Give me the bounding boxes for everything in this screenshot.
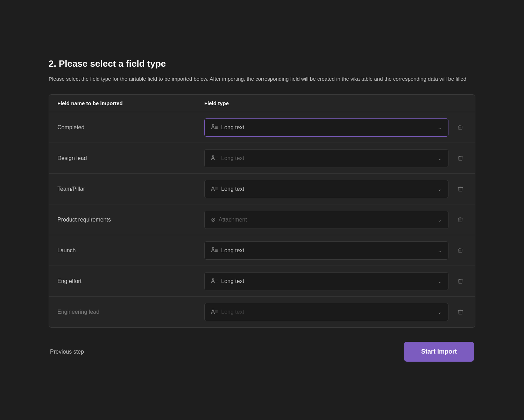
field-type-dropdown[interactable]: Ā≡ Long text ⌄ — [204, 149, 448, 167]
field-type-wrapper: Ā≡ Long text ⌄ — [204, 118, 467, 137]
delete-row-button[interactable] — [454, 306, 467, 318]
text-icon: Ā≡ — [211, 247, 218, 254]
field-type-dropdown[interactable]: Ā≡ Long text ⌄ — [204, 272, 448, 290]
page-footer: Previous step Start import — [49, 342, 475, 362]
field-type-dropdown[interactable]: Ā≡ Long text ⌄ — [204, 180, 448, 198]
field-name-cell: Product requirements — [57, 217, 204, 223]
field-type-label: Attachment — [219, 217, 247, 223]
field-name-cell: Team/Pillar — [57, 186, 204, 192]
field-type-dropdown[interactable]: Ā≡ Long text ⌄ — [204, 241, 448, 260]
text-icon: Ā≡ — [211, 124, 218, 131]
table-row: Launch Ā≡ Long text ⌄ — [49, 235, 475, 266]
attachment-icon: ⊘ — [211, 216, 215, 223]
field-type-label: Long text — [221, 278, 244, 284]
text-icon: Ā≡ — [211, 155, 218, 162]
field-type-left: Ā≡ Long text — [211, 247, 244, 254]
header-field-col: Field name to be imported — [57, 100, 204, 106]
delete-row-button[interactable] — [454, 244, 467, 257]
field-type-wrapper: Ā≡ Long text ⌄ — [204, 303, 467, 321]
field-type-label: Long text — [221, 309, 244, 315]
field-name-cell: Engineering lead — [57, 309, 204, 315]
prev-step-button[interactable]: Previous step — [50, 346, 84, 358]
header-type-col: Field type — [204, 100, 467, 106]
table-body: Completed Ā≡ Long text ⌄ — [49, 112, 475, 327]
chevron-down-icon: ⌄ — [438, 186, 442, 192]
field-type-wrapper: Ā≡ Long text ⌄ — [204, 241, 467, 260]
field-type-wrapper: Ā≡ Long text ⌄ — [204, 149, 467, 167]
field-name-cell: Eng effort — [57, 278, 204, 284]
field-type-wrapper: Ā≡ Long text ⌄ — [204, 272, 467, 290]
field-name-cell: Design lead — [57, 155, 204, 161]
field-type-wrapper: Ā≡ Long text ⌄ — [204, 180, 467, 198]
chevron-down-icon: ⌄ — [438, 155, 442, 161]
field-type-label: Long text — [221, 247, 244, 254]
table-row: Engineering lead Ā≡ Long text ⌄ — [49, 297, 475, 327]
field-type-dropdown[interactable]: Ā≡ Long text ⌄ — [204, 303, 448, 321]
field-type-wrapper: ⊘ Attachment ⌄ — [204, 211, 467, 229]
field-type-label: Long text — [221, 124, 244, 131]
text-icon: Ā≡ — [211, 186, 218, 193]
field-name-cell: Launch — [57, 247, 204, 254]
delete-row-button[interactable] — [454, 152, 467, 165]
field-type-left: Ā≡ Long text — [211, 309, 244, 316]
field-type-left: Ā≡ Long text — [211, 155, 244, 162]
field-type-left: ⊘ Attachment — [211, 216, 247, 223]
chevron-down-icon: ⌄ — [438, 309, 442, 315]
table-row: Completed Ā≡ Long text ⌄ — [49, 112, 475, 143]
delete-row-button[interactable] — [454, 183, 467, 195]
text-icon: Ā≡ — [211, 278, 218, 285]
field-type-label: Long text — [221, 186, 244, 192]
field-name-cell: Completed — [57, 124, 204, 131]
field-type-dropdown[interactable]: Ā≡ Long text ⌄ — [204, 118, 448, 137]
page-title: 2. Please select a field type — [49, 58, 475, 69]
delete-row-button[interactable] — [454, 121, 467, 134]
field-type-left: Ā≡ Long text — [211, 124, 244, 131]
start-import-button[interactable]: Start import — [404, 342, 474, 362]
table-row: Design lead Ā≡ Long text ⌄ — [49, 143, 475, 174]
page-container: 2. Please select a field type Please sel… — [42, 44, 482, 376]
table-row: Eng effort Ā≡ Long text ⌄ — [49, 266, 475, 297]
chevron-down-icon: ⌄ — [438, 217, 442, 223]
field-type-dropdown[interactable]: ⊘ Attachment ⌄ — [204, 211, 448, 229]
text-icon: Ā≡ — [211, 309, 218, 316]
field-type-left: Ā≡ Long text — [211, 186, 244, 193]
delete-row-button[interactable] — [454, 213, 467, 226]
table-header: Field name to be imported Field type — [49, 95, 475, 112]
table-row: Team/Pillar Ā≡ Long text ⌄ — [49, 174, 475, 204]
chevron-down-icon: ⌄ — [438, 125, 442, 130]
field-type-label: Long text — [221, 155, 244, 161]
chevron-down-icon: ⌄ — [438, 278, 442, 284]
table-row: Product requirements ⊘ Attachment ⌄ — [49, 204, 475, 235]
field-table: Field name to be imported Field type Com… — [49, 94, 475, 328]
chevron-down-icon: ⌄ — [438, 248, 442, 253]
delete-row-button[interactable] — [454, 275, 467, 288]
page-description: Please select the field type for the air… — [49, 75, 475, 83]
field-type-left: Ā≡ Long text — [211, 278, 244, 285]
